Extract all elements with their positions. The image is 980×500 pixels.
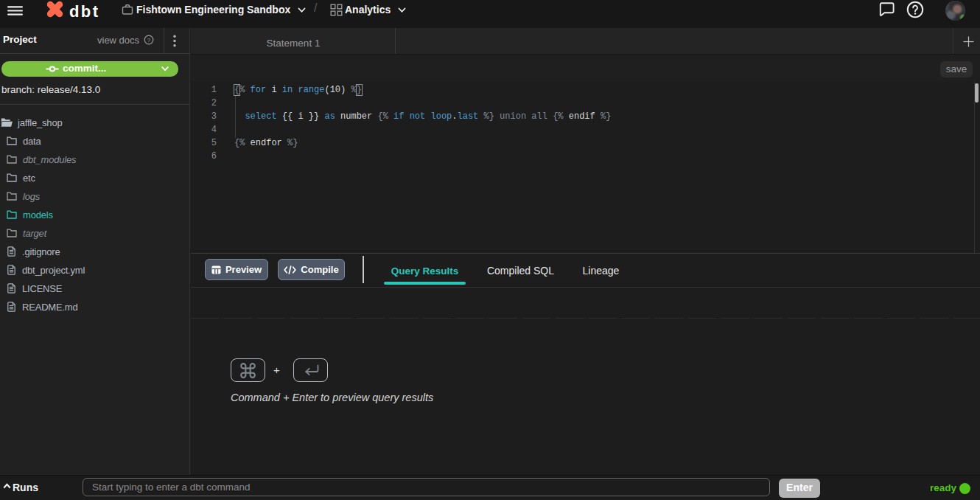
svg-text:?: ? — [147, 37, 151, 44]
